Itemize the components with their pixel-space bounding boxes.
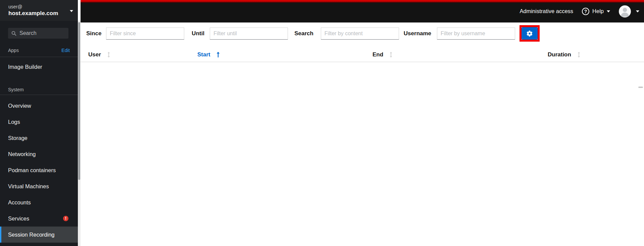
column-label: User: [88, 51, 101, 58]
sidebar-item-logs[interactable]: Logs: [0, 114, 78, 130]
chevron-down-icon: [607, 10, 610, 12]
sidebar-item-label: Image Builder: [8, 64, 42, 70]
sidebar: user@ host.example.com Apps Edit Image B…: [0, 0, 78, 246]
sidebar-item-label: Networking: [8, 151, 36, 157]
session-menu-button[interactable]: [619, 5, 639, 17]
sidebar-item-label: Podman containers: [8, 167, 56, 174]
sidebar-item-services[interactable]: Services !: [0, 210, 78, 227]
since-input[interactable]: [106, 28, 184, 40]
column-header-end[interactable]: End: [373, 47, 393, 62]
column-label: Duration: [548, 51, 571, 58]
masthead-toolbar: Administrative access ? Help: [520, 0, 640, 22]
host-switcher[interactable]: user@ host.example.com: [0, 0, 78, 21]
sidebar-item-session-recording[interactable]: Session Recording: [0, 227, 78, 243]
administrative-access-button[interactable]: Administrative access: [520, 8, 574, 14]
username-filter-input[interactable]: [437, 28, 515, 40]
help-menu-button[interactable]: ? Help: [582, 8, 610, 15]
recordings-table-header: User Start End Duration: [81, 47, 644, 62]
sidebar-search-input[interactable]: [19, 30, 65, 36]
until-label: Until: [192, 30, 204, 37]
sidebar-search[interactable]: [8, 28, 68, 39]
sidebar-item-label: Logs: [8, 119, 20, 125]
sidebar-scrollbar[interactable]: [78, 21, 81, 246]
username-label: Username: [404, 30, 431, 37]
content-filter-input[interactable]: [321, 28, 399, 40]
chevron-down-icon: [636, 10, 639, 12]
since-label: Since: [86, 30, 101, 37]
sidebar-scrollbar-thumb[interactable]: [78, 22, 80, 180]
avatar: [619, 5, 631, 17]
column-header-start[interactable]: Start: [197, 47, 220, 62]
sidebar-item-label: Overview: [8, 103, 31, 109]
sidebar-item-label: Storage: [8, 135, 28, 141]
sidebar-item-networking[interactable]: Networking: [0, 146, 78, 162]
search-label: Search: [294, 30, 313, 37]
sidebar-item-podman-containers[interactable]: Podman containers: [0, 162, 78, 178]
column-label: End: [373, 51, 383, 58]
sidebar-item-label: Session Recording: [8, 232, 55, 238]
question-circle-icon: ?: [582, 8, 589, 15]
search-icon: [11, 31, 16, 36]
apps-edit-link[interactable]: Edit: [61, 48, 70, 53]
error-badge-icon: !: [63, 216, 68, 221]
sort-ascending-icon: [216, 52, 220, 58]
column-header-duration[interactable]: Duration: [548, 47, 581, 62]
filter-toolbar: Since Until Search Username: [86, 27, 540, 40]
divider: [0, 57, 78, 57]
sidebar-item-label: Accounts: [8, 199, 31, 206]
sidebar-item-label: Virtual Machines: [8, 183, 49, 190]
sidebar-item-image-builder[interactable]: Image Builder: [0, 59, 78, 75]
config-gear-button[interactable]: [522, 27, 538, 40]
sort-both-icon: [389, 52, 393, 58]
sidebar-item-storage[interactable]: Storage: [0, 130, 78, 146]
content-scrollbar-thumb[interactable]: [638, 87, 643, 88]
session-recording-page: Since Until Search Username User Start: [81, 22, 644, 246]
column-label: Start: [197, 51, 210, 58]
annotation-highlight-box: [519, 25, 540, 42]
sidebar-item-overview[interactable]: Overview: [0, 98, 78, 114]
sidebar-item-virtual-machines[interactable]: Virtual Machines: [0, 178, 78, 194]
apps-section-label: Apps: [8, 48, 19, 53]
help-label: Help: [592, 8, 604, 14]
column-header-user[interactable]: User: [88, 47, 111, 62]
system-section-label: System: [8, 87, 24, 92]
sort-both-icon: [577, 52, 581, 58]
until-input[interactable]: [210, 28, 288, 40]
masthead: Administrative access ? Help: [81, 0, 644, 22]
sidebar-item-accounts[interactable]: Accounts: [0, 194, 78, 210]
divider: [0, 95, 78, 95]
host-name: host.example.com: [8, 10, 73, 17]
user-icon: [619, 5, 631, 17]
apps-section-header: Apps Edit: [8, 47, 70, 54]
sort-both-icon: [107, 52, 111, 58]
sidebar-item-label: Services: [8, 215, 29, 222]
chevron-down-icon: [70, 10, 73, 12]
gear-icon: [527, 31, 533, 37]
user-name: user@: [8, 4, 73, 10]
